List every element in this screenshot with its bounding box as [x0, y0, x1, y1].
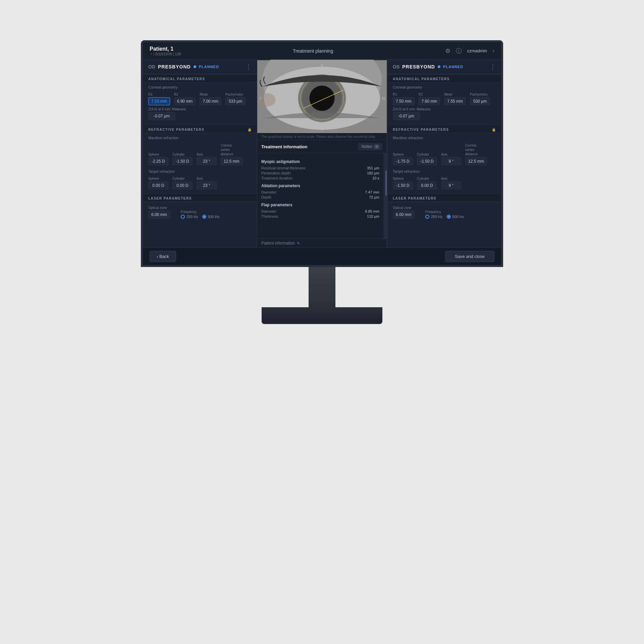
od-z-value[interactable]: -0.07 µm [148, 112, 175, 120]
os-mean-value[interactable]: 7.55 mm [444, 97, 466, 105]
od-status-label: PLANNED [199, 65, 219, 69]
treatment-duration-row: Treatment duration: 10 s [261, 176, 379, 180]
od-target-cylinder-label: Cylinder [172, 177, 193, 180]
save-close-button[interactable]: Save and close [445, 251, 494, 262]
patient-info-block: Patient, 1 ♂ | 8/10/1978 | 128 [150, 46, 181, 56]
os-axis-value[interactable]: 9 ° [441, 157, 461, 165]
os-target-cylinder-value[interactable]: 0.00 D [417, 181, 437, 190]
od-target-axis-value[interactable]: 23 ° [197, 181, 217, 190]
os-z-value[interactable]: -0.07 µm [393, 112, 420, 120]
os-optical-zone-label: Optical zone [393, 206, 415, 210]
treatment-scrollbar[interactable] [383, 153, 387, 238]
os-freq-250-option[interactable]: 250 Hz [425, 215, 443, 219]
os-target-sphere-value[interactable]: -1.50 D [393, 181, 413, 190]
od-optical-zone-label: Optical zone [148, 206, 170, 210]
od-cylinder-label: Cylinder [172, 153, 193, 156]
penetration-row: Penetration depth: 182 µm [261, 171, 379, 175]
os-menu-button[interactable]: ⋮ [490, 63, 496, 70]
flap-thickness-value: 110 µm [367, 214, 379, 218]
os-target-axis-group: Axis 9 ° [441, 177, 461, 190]
os-laser-title: LASER PARAMETERS [393, 197, 436, 200]
patient-details: ♂ | 8/10/1978 | 128 [150, 52, 181, 56]
od-freq-500-option[interactable]: 500 Hz [202, 215, 220, 219]
os-cylinder-label: Cylinder [417, 153, 437, 156]
od-vertex-value[interactable]: 12.5 mm [221, 157, 243, 165]
os-r2-value[interactable]: 7.60 mm [419, 97, 440, 105]
os-vertex-label: Cornea vertex distance [465, 143, 485, 156]
od-freq-250-option[interactable]: 250 Hz [181, 215, 198, 219]
back-button[interactable]: ‹ Back [150, 251, 176, 262]
os-anatomical-section: ANATOMICAL PARAMETERS Corneal geometry R… [387, 74, 501, 125]
os-cylinder-group: Cylinder -1.50 D [417, 153, 437, 165]
notes-tab[interactable]: Notes 0 [358, 143, 383, 150]
os-refractive-title: REFRACTIVE PARAMETERS [393, 128, 449, 131]
myopic-title: Myopic astigmatism [261, 159, 379, 164]
svg-text:S: S [321, 64, 323, 68]
od-r2-group: R2 6.90 mm [174, 93, 196, 105]
os-freq-250-radio[interactable] [425, 215, 429, 219]
od-freq-250-radio[interactable] [181, 215, 185, 219]
od-anatomical-section: ANATOMICAL PARAMETERS Corneal geometry R… [143, 74, 257, 125]
od-refractive-title: REFRACTIVE PARAMETERS [148, 128, 204, 131]
od-sphere-value[interactable]: -2.25 D [148, 157, 168, 165]
od-cylinder-value[interactable]: -1.50 D [172, 157, 193, 165]
od-target-sphere-value[interactable]: 0.00 D [148, 181, 168, 190]
os-refractive-header: REFRACTIVE PARAMETERS 🔒 [387, 125, 501, 133]
os-anatomical-title: ANATOMICAL PARAMETERS [393, 77, 450, 81]
od-pachymetry-label: Pachymetry [225, 93, 246, 96]
od-target-cylinder-value[interactable]: 0.00 D [172, 181, 193, 190]
od-target-label: Target refraction [143, 167, 257, 175]
os-freq-500-radio[interactable] [447, 215, 451, 219]
od-axis-value[interactable]: 23 ° [197, 157, 217, 165]
od-r2-value[interactable]: 6.90 mm [174, 97, 196, 105]
header-actions: ⚙ ⓘ czmadmin › [445, 47, 494, 55]
od-axis-label: Axis [197, 153, 217, 156]
svg-text:I: I [321, 128, 322, 132]
flap-diameter-label: Diameter: [261, 209, 277, 213]
settings-icon[interactable]: ⚙ [445, 47, 450, 55]
os-vertex-value[interactable]: 12.5 mm [465, 157, 487, 165]
info-icon[interactable]: ⓘ [456, 47, 462, 55]
od-menu-button[interactable]: ⋮ [246, 63, 252, 70]
os-refractive-section: REFRACTIVE PARAMETERS 🔒 Manifest refract… [387, 125, 501, 194]
os-r1-label: R1 [393, 93, 415, 96]
os-laser-params: Optical zone 6.00 mm Frequency 250 Hz [387, 205, 501, 220]
os-sphere-label: Sphere [393, 153, 413, 156]
os-freq-500-option[interactable]: 500 Hz [447, 215, 464, 219]
os-corneal-params-row: R1 7.50 mm R2 7.60 mm Mean 7.55 mm Pac [387, 91, 501, 107]
scrollbar-thumb[interactable] [385, 170, 387, 196]
od-sphere-group: Sphere -2.25 D [148, 153, 168, 165]
od-pachymetry-value[interactable]: 533 µm [225, 97, 246, 105]
abl-depth-label: Depth: [261, 195, 272, 199]
od-target-cylinder-group: Cylinder 0.00 D [172, 177, 193, 190]
od-anatomical-title: ANATOMICAL PARAMETERS [148, 77, 205, 81]
os-z-row: Z(4,0) at 6 mm: Malacara -0.07 µm [387, 107, 501, 122]
od-optical-zone-value[interactable]: 6.00 mm [148, 211, 170, 219]
od-mean-value[interactable]: 7.00 mm [200, 97, 221, 105]
od-pachymetry-group: Pachymetry 533 µm [225, 93, 246, 105]
os-label-group: OS PRESBYOND PLANNED [393, 64, 463, 69]
flap-thickness-label: Thickness: [261, 214, 279, 218]
od-lock-icon: 🔒 [248, 128, 252, 131]
os-side-label: OS [393, 64, 399, 69]
os-lock-icon: 🔒 [492, 128, 496, 131]
flap-diameter-value: 8.85 mm [365, 209, 379, 213]
os-pachymetry-value[interactable]: 530 µm [470, 97, 490, 105]
os-optical-zone-value[interactable]: 6.00 mm [393, 211, 415, 219]
os-r1-value[interactable]: 7.50 mm [393, 97, 415, 105]
od-corneal-params-row: R1 7.10 mm R2 6.90 mm Mean 7.00 mm Pac [143, 91, 257, 107]
od-freq-500-radio[interactable] [202, 215, 206, 219]
os-cylinder-value[interactable]: -1.50 D [417, 157, 437, 165]
chevron-right-icon[interactable]: › [492, 47, 494, 54]
od-target-sphere-label: Sphere [148, 177, 168, 180]
os-frequency-options: 250 Hz 500 Hz [425, 215, 464, 219]
od-vertex-label: Cornea vertex distance [221, 143, 241, 156]
od-laser-params: Optical zone 6.00 mm Frequency 250 Hz [143, 205, 257, 220]
os-target-axis-value[interactable]: 9 ° [441, 181, 461, 190]
patient-info-icon[interactable]: ✎ [297, 241, 300, 246]
os-r1-group: R1 7.50 mm [393, 93, 415, 105]
od-r1-value[interactable]: 7.10 mm [148, 97, 170, 105]
od-mean-group: Mean 7.00 mm [200, 93, 221, 105]
od-panel-header: OD PRESBYOND PLANNED ⋮ [143, 60, 257, 74]
os-sphere-value[interactable]: -1.75 D [393, 157, 413, 165]
